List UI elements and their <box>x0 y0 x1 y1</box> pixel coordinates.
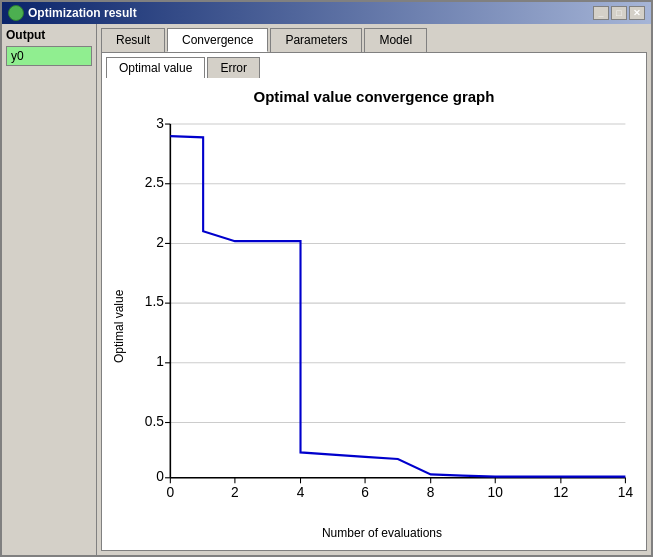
right-panel: Result Convergence Parameters Model Opti… <box>97 24 651 555</box>
app-icon <box>8 5 24 21</box>
svg-text:12: 12 <box>553 483 568 499</box>
tab-parameters[interactable]: Parameters <box>270 28 362 52</box>
tab-inner-error[interactable]: Error <box>207 57 260 78</box>
tab-result[interactable]: Result <box>101 28 165 52</box>
svg-text:3: 3 <box>156 115 164 131</box>
main-content: Output y0 Result Convergence Parameters … <box>2 24 651 555</box>
svg-text:2: 2 <box>231 483 239 499</box>
sidebar-label: Output <box>6 28 92 42</box>
y-axis-label: Optimal value <box>112 113 126 540</box>
minimize-button[interactable]: _ <box>593 6 609 20</box>
svg-text:2: 2 <box>156 233 164 249</box>
tab-inner-optimal-value[interactable]: Optimal value <box>106 57 205 78</box>
titlebar: Optimization result _ □ ✕ <box>2 2 651 24</box>
svg-text:4: 4 <box>297 483 305 499</box>
svg-text:10: 10 <box>488 483 503 499</box>
chart-plot-area: 0 0.5 1 1.5 2 2.5 3 0 <box>128 113 636 522</box>
svg-text:14: 14 <box>618 483 633 499</box>
main-window: Optimization result _ □ ✕ Output y0 Resu… <box>0 0 653 557</box>
svg-text:0.5: 0.5 <box>145 413 164 429</box>
window-title: Optimization result <box>28 6 137 20</box>
tab-model[interactable]: Model <box>364 28 427 52</box>
tab-convergence[interactable]: Convergence <box>167 28 268 52</box>
tab-bar-top: Result Convergence Parameters Model <box>97 24 651 52</box>
maximize-button[interactable]: □ <box>611 6 627 20</box>
titlebar-left: Optimization result <box>8 5 137 21</box>
svg-text:6: 6 <box>361 483 369 499</box>
svg-text:1: 1 <box>156 353 164 369</box>
svg-text:0: 0 <box>156 468 164 484</box>
chart-area: Optimal value convergence graph Optimal … <box>102 78 646 550</box>
x-axis-label: Number of evaluations <box>128 526 636 540</box>
tab-bar-inner: Optimal value Error <box>102 53 646 78</box>
sidebar: Output y0 <box>2 24 97 555</box>
svg-text:1.5: 1.5 <box>145 293 164 309</box>
svg-text:0: 0 <box>167 483 175 499</box>
sidebar-item-y0[interactable]: y0 <box>6 46 92 66</box>
svg-text:2.5: 2.5 <box>145 174 164 190</box>
close-button[interactable]: ✕ <box>629 6 645 20</box>
chart-inner: 0 0.5 1 1.5 2 2.5 3 0 <box>128 113 636 540</box>
chart-svg: 0 0.5 1 1.5 2 2.5 3 0 <box>128 113 636 522</box>
titlebar-buttons: _ □ ✕ <box>593 6 645 20</box>
tab-content-area: Optimal value Error Optimal value conver… <box>101 52 647 551</box>
chart-container: Optimal value <box>112 113 636 540</box>
svg-text:8: 8 <box>427 483 435 499</box>
chart-title: Optimal value convergence graph <box>254 88 495 105</box>
